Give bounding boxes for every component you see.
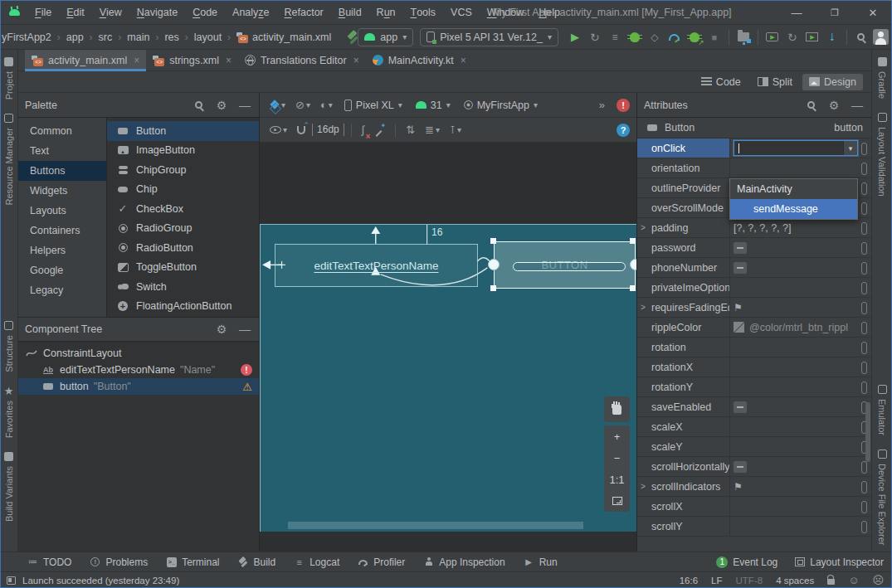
search-icon[interactable] xyxy=(191,98,206,113)
zoom-in-button[interactable]: + xyxy=(604,425,630,447)
breadcrumb-item-src[interactable]: src xyxy=(99,32,113,43)
chevron-down-icon[interactable]: ▾ xyxy=(843,141,857,155)
breadcrumb-item-main[interactable]: main xyxy=(127,32,149,43)
zoom-fit-button[interactable] xyxy=(604,490,630,512)
hide-panel-icon[interactable]: — xyxy=(850,98,865,113)
resize-handle[interactable] xyxy=(490,285,496,291)
attribute-value[interactable]: ⚑ xyxy=(730,298,861,317)
palette-item-togglebutton[interactable]: ToggleButton xyxy=(107,258,259,278)
attribute-label[interactable]: phoneNumber xyxy=(637,258,730,277)
view-options-icon[interactable]: ▾ xyxy=(266,121,290,139)
rerun-icon[interactable]: ↻ xyxy=(585,28,605,46)
night-mode-icon[interactable]: ◐▾ xyxy=(317,96,336,114)
run-list-icon[interactable]: ≡ xyxy=(605,28,625,46)
coverage-icon[interactable]: ◇ xyxy=(645,28,665,46)
gear-icon[interactable]: ⚙ xyxy=(826,98,841,113)
attribute-label[interactable]: orientation xyxy=(637,158,730,177)
sidebar-item-gradle[interactable]: Gradle xyxy=(877,56,888,99)
menu-analyze[interactable]: Analyze xyxy=(225,0,276,24)
attribute-label[interactable]: saveEnabled xyxy=(637,397,730,416)
gear-icon[interactable]: ⚙ xyxy=(214,322,229,337)
maximize-button[interactable]: ❐ xyxy=(816,0,854,25)
resource-picker-button[interactable] xyxy=(861,381,867,394)
attribute-value[interactable] xyxy=(730,497,861,516)
file-encoding[interactable]: UTF-8 xyxy=(736,576,763,586)
palette-item-chip[interactable]: Chip xyxy=(107,180,259,200)
attribute-value[interactable] xyxy=(730,417,861,436)
palette-category-widgets[interactable]: Widgets xyxy=(18,181,106,201)
palette-item-button[interactable]: Button xyxy=(107,121,259,141)
dropdown-group-label[interactable]: MainActivity xyxy=(730,179,857,199)
user-avatar[interactable] xyxy=(871,28,891,46)
sad-face-icon[interactable]: ☹ xyxy=(872,575,884,586)
resource-picker-button[interactable] xyxy=(861,501,867,513)
breadcrumb-item-layout[interactable]: layout xyxy=(194,32,222,43)
stop-button[interactable]: ■ xyxy=(704,28,724,46)
device-select[interactable]: Pixel 5 API 31 Ver.12_ ▾ xyxy=(420,28,558,46)
tab-translations-editor[interactable]: Translations Editor× xyxy=(238,50,366,70)
profiler-icon[interactable] xyxy=(665,28,685,46)
toolwindow-terminal[interactable]: >_Terminal xyxy=(166,556,219,568)
toolwindow-layout-inspector[interactable]: Layout Inspector xyxy=(794,556,884,568)
search-icon[interactable] xyxy=(803,98,818,113)
resource-picker-button[interactable] xyxy=(861,163,867,175)
resource-picker-button[interactable] xyxy=(861,521,867,533)
clear-constraints-icon[interactable]: ∫ xyxy=(358,121,368,139)
breadcrumb-item-res[interactable]: res xyxy=(164,32,178,43)
mode-code[interactable]: Code xyxy=(695,74,748,90)
attribute-label[interactable]: password xyxy=(637,238,730,257)
toggle-icon[interactable] xyxy=(734,401,747,413)
resource-picker-button[interactable] xyxy=(861,182,867,195)
baseline-handle[interactable] xyxy=(513,262,626,271)
resize-handle[interactable] xyxy=(630,285,636,291)
close-icon[interactable]: × xyxy=(353,55,359,66)
error-indicator-icon[interactable]: ! xyxy=(617,99,630,112)
attribute-value[interactable] xyxy=(730,397,861,416)
close-icon[interactable]: × xyxy=(134,55,139,66)
mode-design[interactable]: Design xyxy=(802,74,863,90)
attribute-value[interactable] xyxy=(730,457,861,476)
attribute-value[interactable] xyxy=(730,258,861,277)
attribute-value[interactable]: ⚑ xyxy=(730,477,861,496)
resource-picker-button[interactable] xyxy=(861,342,867,354)
attribute-value[interactable] xyxy=(730,238,861,257)
palette-item-switch[interactable]: Switch xyxy=(107,277,259,297)
attributes-scrollbar[interactable] xyxy=(865,402,870,462)
resource-picker-button[interactable] xyxy=(861,222,867,235)
attribute-label[interactable]: >padding xyxy=(637,218,730,237)
palette-item-checkbox[interactable]: CheckBox xyxy=(107,199,259,219)
horizontal-scrollbar[interactable] xyxy=(288,522,583,529)
breadcrumb-item-yfirstapp2[interactable]: yFirstApp2 xyxy=(2,32,51,43)
gradle-sync-icon[interactable]: ↻ xyxy=(782,28,802,46)
line-separator[interactable]: LF xyxy=(711,576,722,586)
distribute-icon[interactable]: ⊺▾ xyxy=(446,121,465,139)
menu-build[interactable]: Build xyxy=(331,0,369,24)
palette-category-layouts[interactable]: Layouts xyxy=(18,201,106,221)
attribute-label[interactable]: scrollY xyxy=(637,517,730,536)
menu-view[interactable]: View xyxy=(92,0,129,24)
toolwindow-app-inspection[interactable]: App Inspection xyxy=(423,556,504,568)
attribute-label[interactable]: rotationY xyxy=(637,377,730,396)
attribute-label[interactable]: scaleY xyxy=(637,437,730,456)
device-manager-icon[interactable] xyxy=(734,28,753,46)
resource-picker-button[interactable] xyxy=(861,461,867,474)
resource-picker-button[interactable] xyxy=(861,302,867,314)
align-icon[interactable]: ≣▾ xyxy=(422,121,443,139)
toggle-icon[interactable] xyxy=(734,461,747,473)
resize-handle[interactable] xyxy=(630,238,636,244)
toolwindow-event-log[interactable]: 1Event Log xyxy=(716,556,777,568)
run-configuration-select[interactable]: app ▾ xyxy=(358,28,413,46)
palette-category-google[interactable]: Google xyxy=(18,260,106,280)
tab-mainactivity-kt[interactable]: MainActivity.kt× xyxy=(366,50,473,70)
expand-icon[interactable]: > xyxy=(641,223,646,232)
happy-face-icon[interactable]: ☺ xyxy=(848,575,859,586)
toolwindow-profiler[interactable]: Profiler xyxy=(358,556,405,568)
breadcrumb-item-app[interactable]: app xyxy=(66,32,84,43)
menu-edit[interactable]: Edit xyxy=(59,0,92,24)
hide-panel-icon[interactable]: — xyxy=(237,322,252,337)
infer-constraints-icon[interactable] xyxy=(371,121,388,139)
attribute-label[interactable]: outlineProvider xyxy=(637,178,730,197)
palette-item-radiobutton[interactable]: RadioButton xyxy=(107,238,259,258)
close-button[interactable]: ✕ xyxy=(854,0,892,25)
resource-picker-button[interactable] xyxy=(861,242,867,255)
